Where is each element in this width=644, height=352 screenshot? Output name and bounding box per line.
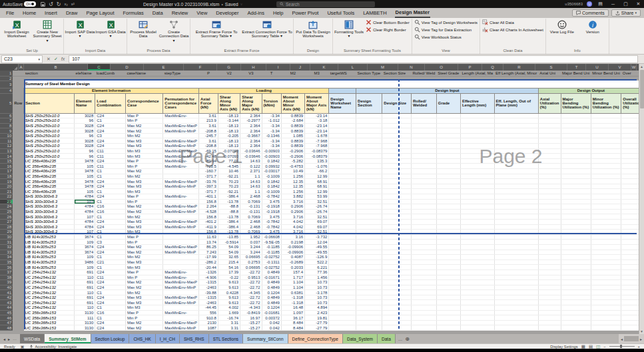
cell[interactable] bbox=[329, 224, 356, 230]
cell[interactable] bbox=[591, 189, 621, 194]
cell[interactable] bbox=[494, 269, 538, 275]
cell[interactable] bbox=[382, 230, 412, 235]
cell[interactable] bbox=[13, 179, 24, 184]
column-header-F[interactable]: F bbox=[184, 64, 217, 71]
cell[interactable]: Max M2 bbox=[126, 123, 163, 128]
cell[interactable]: C1 bbox=[95, 265, 126, 270]
cell[interactable]: UB 914x305x253 bbox=[24, 234, 75, 240]
cell[interactable] bbox=[561, 184, 591, 189]
column-header-P[interactable]: P bbox=[458, 64, 482, 71]
display-settings[interactable]: Display Settings bbox=[550, 345, 578, 349]
import-design-worksheet-button[interactable]: XImport Design Worksheet bbox=[1, 19, 32, 39]
cell[interactable] bbox=[329, 154, 356, 159]
formatting-tools-button[interactable]: Formatting Tools ▾ bbox=[334, 19, 364, 39]
cell[interactable] bbox=[561, 295, 591, 300]
row-header-39[interactable]: 39 bbox=[0, 280, 13, 285]
cell[interactable] bbox=[13, 189, 24, 194]
cell[interactable]: 68.91 bbox=[305, 184, 329, 189]
cell[interactable]: 0.8839 bbox=[281, 113, 304, 118]
cell[interactable]: C24 bbox=[95, 128, 126, 134]
cell[interactable] bbox=[561, 255, 591, 260]
cell[interactable]: SHS 250x250x10.0 bbox=[24, 144, 75, 149]
cell[interactable] bbox=[561, 199, 591, 204]
cell[interactable]: 3478 bbox=[75, 179, 95, 184]
cell[interactable]: -18.13 bbox=[218, 144, 240, 149]
cell[interactable] bbox=[460, 320, 494, 325]
autosave-toggle[interactable]: AutoSave On bbox=[3, 1, 36, 7]
cell[interactable]: Max M2 bbox=[126, 320, 163, 325]
cell[interactable] bbox=[460, 280, 494, 285]
cell[interactable] bbox=[356, 133, 382, 138]
cell[interactable]: 157.4 bbox=[281, 269, 304, 275]
tag-cell[interactable]: stepType bbox=[163, 71, 199, 76]
cell[interactable] bbox=[411, 128, 436, 134]
cell[interactable] bbox=[411, 315, 436, 321]
cell[interactable]: Max M3 bbox=[126, 260, 163, 265]
cell[interactable] bbox=[13, 174, 24, 179]
tab-file[interactable]: File bbox=[5, 9, 15, 17]
row-header-25[interactable]: 25 bbox=[0, 209, 13, 214]
cell[interactable]: 107 bbox=[75, 199, 95, 204]
cell[interactable] bbox=[436, 113, 460, 118]
cell[interactable]: 2.468 bbox=[240, 224, 262, 230]
cell[interactable] bbox=[460, 123, 494, 128]
cell[interactable]: 1.256 bbox=[281, 189, 304, 194]
cell[interactable]: -208.8 bbox=[199, 144, 218, 149]
cell[interactable] bbox=[13, 275, 24, 280]
cell[interactable] bbox=[436, 315, 460, 321]
cell[interactable]: 7.243 bbox=[199, 250, 218, 255]
tag-cell[interactable]: T bbox=[262, 71, 281, 76]
cell[interactable]: UC 254x254x132 bbox=[24, 280, 75, 285]
cell[interactable] bbox=[538, 230, 561, 235]
cell[interactable] bbox=[538, 310, 561, 315]
cell[interactable] bbox=[561, 118, 591, 124]
cell[interactable]: UB 914x305x253 bbox=[24, 250, 75, 255]
put-data-to-design-worksheets-button[interactable]: Put Data To Design Worksheets bbox=[294, 19, 332, 39]
redo-icon[interactable]: ↻ bbox=[57, 1, 61, 7]
cell[interactable]: 110 bbox=[75, 275, 95, 280]
cell[interactable]: -208.8 bbox=[199, 128, 218, 134]
cell[interactable] bbox=[382, 194, 412, 200]
cell[interactable] bbox=[13, 209, 24, 214]
cell[interactable]: SHS 250x250x10.0 bbox=[24, 154, 75, 159]
row-header-27[interactable]: 27 bbox=[0, 219, 13, 224]
cell[interactable] bbox=[538, 189, 561, 194]
cell[interactable]: -66.2 bbox=[305, 169, 329, 174]
cell[interactable] bbox=[538, 158, 561, 164]
cell[interactable]: -1.678 bbox=[305, 133, 329, 138]
cell[interactable]: 32.51 bbox=[305, 214, 329, 220]
cell[interactable]: Max M3 bbox=[126, 138, 163, 144]
cell[interactable]: -0.1346 bbox=[262, 133, 281, 138]
cell[interactable]: -18.13 bbox=[218, 123, 240, 128]
cell[interactable] bbox=[460, 113, 494, 118]
cell[interactable]: 0.2753 bbox=[240, 260, 262, 265]
cell[interactable]: MaxMinEnv-MaxP bbox=[163, 148, 199, 154]
cell[interactable] bbox=[382, 260, 412, 265]
cell[interactable] bbox=[382, 285, 412, 290]
tab-developer[interactable]: Developer bbox=[215, 9, 239, 17]
cell[interactable]: 10.73 bbox=[305, 300, 329, 305]
cell[interactable] bbox=[356, 320, 382, 325]
cell[interactable]: 13.74 bbox=[199, 240, 218, 245]
cell[interactable]: MaxMinEnv-MaxP bbox=[163, 138, 199, 144]
cell[interactable] bbox=[13, 295, 24, 300]
cell[interactable] bbox=[436, 158, 460, 164]
cell[interactable] bbox=[356, 300, 382, 305]
sheet-tab-shs-rhs[interactable]: SHS_RHS bbox=[180, 334, 209, 343]
column-header-N[interactable]: N bbox=[398, 64, 425, 71]
cell[interactable] bbox=[411, 189, 436, 194]
cell[interactable]: 3.882 bbox=[281, 194, 304, 200]
cell[interactable] bbox=[356, 275, 382, 280]
column-header-cell[interactable]: Design Section bbox=[356, 93, 382, 113]
cell[interactable] bbox=[561, 224, 591, 230]
cell[interactable] bbox=[591, 199, 621, 204]
cell[interactable] bbox=[561, 164, 591, 169]
row-header-16[interactable]: 16 bbox=[0, 164, 13, 169]
cell[interactable]: 2.364 bbox=[240, 123, 262, 128]
cell[interactable] bbox=[460, 265, 494, 270]
cell[interactable]: 3130 bbox=[75, 320, 95, 325]
tab-formulas[interactable]: Formulas bbox=[123, 9, 145, 17]
cell[interactable] bbox=[538, 118, 561, 124]
cell[interactable] bbox=[382, 144, 412, 149]
cell[interactable]: UC 356x406x235 bbox=[24, 169, 75, 174]
